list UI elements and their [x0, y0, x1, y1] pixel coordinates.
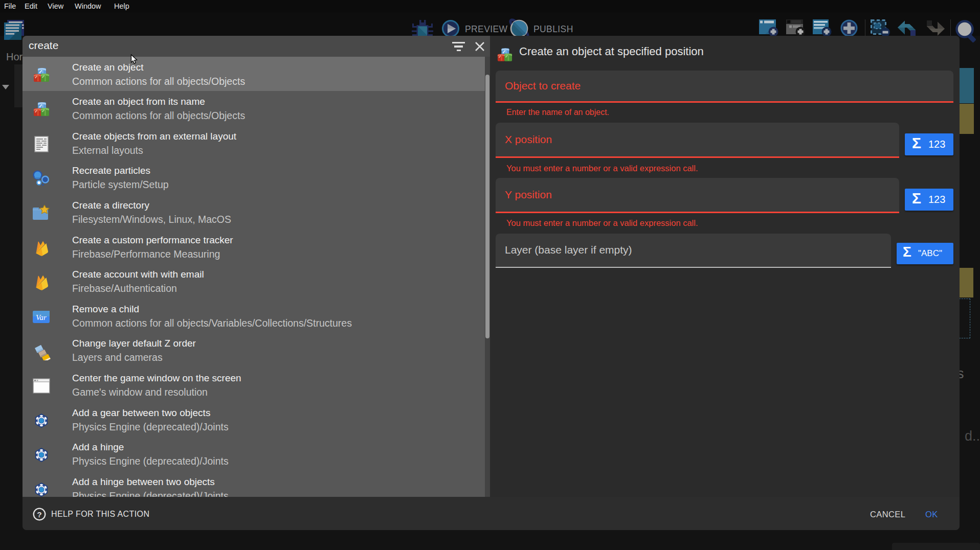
svg-text:Var: Var — [36, 313, 47, 321]
svg-text:?: ? — [37, 510, 41, 519]
